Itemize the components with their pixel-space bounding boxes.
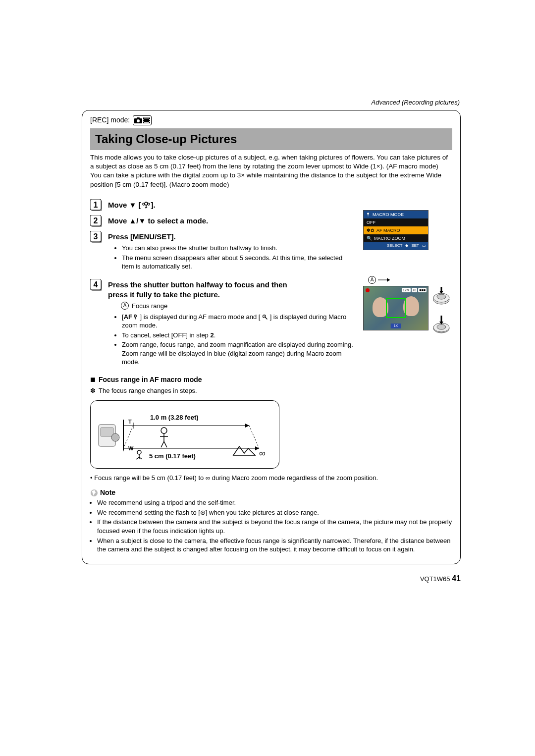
svg-rect-6 bbox=[143, 120, 144, 121]
section-header: Advanced (Recording pictures) bbox=[82, 98, 461, 107]
svg-line-54 bbox=[249, 426, 259, 448]
svg-rect-8 bbox=[149, 118, 150, 119]
step4-bullet: To cancel, select [OFF] in step 2. bbox=[122, 331, 356, 340]
callout-a-letter: A bbox=[368, 276, 376, 284]
svg-text:4: 4 bbox=[94, 280, 98, 289]
focus-range-heading: ■ Focus range in AF macro mode bbox=[90, 374, 452, 385]
svg-point-23 bbox=[367, 213, 369, 215]
flower-icon bbox=[132, 314, 138, 320]
step-4: 4 Press the shutter button halfway to fo… bbox=[90, 279, 356, 368]
note-icon bbox=[90, 489, 98, 497]
diagram-t: T bbox=[128, 419, 132, 425]
svg-marker-57 bbox=[255, 446, 259, 450]
menu-screenshot: MACRO MODE OFF ✽✿AF MACRO 🔍MACRO ZOOM SE… bbox=[363, 210, 428, 250]
svg-point-27 bbox=[134, 315, 137, 318]
menu-select: SELECT bbox=[387, 243, 402, 249]
note-item: When a subject is close to the camera, t… bbox=[97, 537, 452, 554]
step4-bullet: [AF ] is displayed during AF macro mode … bbox=[122, 313, 356, 330]
menu-row-label: MACRO ZOOM bbox=[374, 235, 405, 241]
step-number-2: 2 bbox=[90, 215, 103, 228]
hud-px: 12M bbox=[402, 288, 411, 292]
svg-text:1: 1 bbox=[94, 201, 98, 209]
svg-rect-5 bbox=[143, 118, 144, 119]
svg-point-38 bbox=[437, 324, 446, 329]
hud-quality: ±0 bbox=[412, 288, 418, 292]
svg-point-34 bbox=[437, 294, 446, 299]
post-diagram-note: • Focus range will be 5 cm (0.17 feet) t… bbox=[90, 474, 452, 483]
rec-dot-icon bbox=[366, 288, 370, 292]
svg-rect-10 bbox=[149, 122, 150, 123]
flower-icon bbox=[366, 212, 371, 217]
step-number-3: 3 bbox=[90, 231, 103, 244]
infinity-icon: ∞ bbox=[259, 448, 266, 458]
svg-line-52 bbox=[164, 441, 167, 447]
diagram-upper: 1.0 m (3.28 feet) bbox=[150, 414, 199, 421]
callout-a: A bbox=[368, 276, 452, 284]
menu-row-label: AF MACRO bbox=[376, 227, 400, 233]
step4-text: ] is displayed during AF macro mode and … bbox=[140, 313, 261, 321]
menu-row-off: OFF bbox=[364, 218, 428, 226]
doc-code: VQT1W65 bbox=[420, 575, 450, 583]
callout-line bbox=[378, 276, 393, 283]
diagram-lower: 5 cm (0.17 feet) bbox=[149, 452, 196, 460]
rec-mode-row: [REC] mode: bbox=[90, 115, 452, 125]
svg-rect-9 bbox=[149, 120, 150, 121]
note-item: If the distance between the camera and t… bbox=[97, 518, 452, 535]
step3-bullet: The menu screen disappears after about 5… bbox=[122, 254, 356, 271]
zoom-indicator: 1X bbox=[391, 324, 401, 328]
svg-rect-7 bbox=[143, 122, 144, 123]
svg-rect-1 bbox=[137, 117, 140, 119]
preview-photo: 12M ±0 ■■■ 1X bbox=[363, 286, 428, 330]
menu-set: SET bbox=[411, 243, 419, 249]
step4-head: Press the shutter button halfway to focu… bbox=[108, 279, 291, 300]
focus-range-diagram: T 1.0 m (3.28 feet) W bbox=[90, 400, 279, 469]
step-1: 1 Move ▼ [ ]. bbox=[90, 199, 356, 212]
intro-text: This mode allows you to take close-up pi… bbox=[90, 153, 452, 189]
svg-text:2: 2 bbox=[94, 216, 98, 225]
callout-a-marker: A bbox=[121, 302, 129, 310]
svg-line-29 bbox=[266, 318, 268, 320]
flower-icon bbox=[142, 201, 150, 209]
svg-point-2 bbox=[137, 119, 140, 122]
menu-row-afmacro: ✽✿AF MACRO bbox=[364, 226, 428, 234]
manual-page: Advanced (Recording pictures) [REC] mode… bbox=[0, 0, 535, 756]
note-item: We recommend setting the flash to [⊛] wh… bbox=[97, 508, 452, 517]
camera-icon bbox=[134, 117, 142, 123]
step4-bullets: [AF ] is displayed during AF macro mode … bbox=[108, 313, 356, 367]
focus-range-label: Focus range bbox=[132, 302, 167, 311]
page-title: Taking Close-up Pictures bbox=[90, 128, 452, 150]
focus-note: ✽ The focus range changes in steps. bbox=[90, 386, 452, 395]
step3-bullets: You can also press the shutter button ha… bbox=[108, 244, 356, 271]
svg-point-14 bbox=[145, 202, 148, 205]
hud-battery: ■■■ bbox=[418, 288, 427, 292]
step2-head: Move ▲/▼ to select a mode. bbox=[108, 215, 208, 226]
content-frame: [REC] mode: Taking Close-up Pictures Thi… bbox=[82, 110, 461, 564]
step1-post: ]. bbox=[151, 200, 156, 210]
shutter-dial-half bbox=[431, 286, 451, 306]
step-number-4: 4 bbox=[90, 279, 103, 292]
note-item: We recommend using a tripod and the self… bbox=[97, 498, 452, 507]
notes-list: We recommend using a tripod and the self… bbox=[90, 498, 452, 553]
step3-bullet: You can also press the shutter button ha… bbox=[122, 244, 356, 253]
step-3: 3 Press [MENU/SET]. You can also press t… bbox=[90, 231, 356, 272]
menu-row-label: OFF bbox=[367, 219, 375, 225]
zoom-flower-icon bbox=[262, 314, 268, 320]
shutter-dial-full bbox=[431, 315, 451, 334]
step-number-1: 1 bbox=[90, 199, 103, 212]
rec-mode-icons bbox=[133, 115, 152, 125]
svg-rect-41 bbox=[101, 428, 113, 436]
step3-head: Press [MENU/SET]. bbox=[108, 231, 356, 242]
footnote-text: The focus range changes in steps. bbox=[99, 386, 197, 395]
svg-point-42 bbox=[111, 433, 119, 441]
menu-title: MACRO MODE bbox=[373, 212, 404, 217]
rec-label: [REC] mode: bbox=[90, 115, 130, 125]
svg-point-48 bbox=[161, 428, 167, 433]
svg-point-30 bbox=[264, 316, 265, 317]
note-label: Note bbox=[100, 488, 115, 497]
footnote-symbol: ✽ bbox=[90, 386, 96, 395]
step4-bullet: Zoom range, focus range, and zoom magnif… bbox=[122, 340, 356, 367]
step1-pre: Move ▼ [ bbox=[108, 200, 141, 210]
note-heading: Note bbox=[90, 488, 452, 497]
svg-marker-47 bbox=[245, 424, 249, 428]
page-footer: VQT1W65 41 bbox=[82, 573, 461, 584]
